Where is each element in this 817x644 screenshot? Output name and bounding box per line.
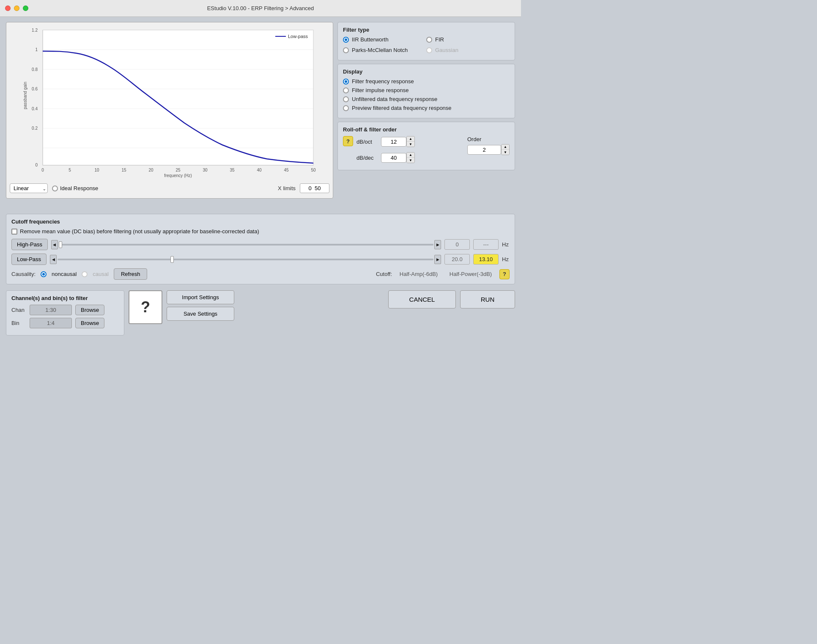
- display-impulse-radio[interactable]: [343, 87, 349, 93]
- db-oct-input[interactable]: [381, 137, 406, 147]
- high-pass-slider-left[interactable]: ◀: [51, 240, 58, 249]
- cutoff-title: Cutoff frequencies: [11, 218, 510, 225]
- display-impulse-label: Filter impulse response: [352, 87, 408, 93]
- display-title: Display: [343, 68, 510, 75]
- refresh-button[interactable]: Refresh: [114, 268, 148, 280]
- order-input[interactable]: [467, 145, 501, 155]
- high-pass-slider-thumb[interactable]: [59, 241, 62, 248]
- filter-gaussian-row: Gaussian: [426, 47, 510, 53]
- cutoff-right: Cutoff: Half-Amp(-6dB) Half-Power(-3dB) …: [376, 269, 510, 279]
- filter-fir-row[interactable]: FIR: [426, 36, 510, 43]
- low-pass-button[interactable]: Low-Pass: [11, 254, 47, 265]
- x-limits-label: X limits: [278, 185, 296, 191]
- display-preview-row[interactable]: Preview filtered data frequency response: [343, 105, 510, 111]
- chart-controls: Linear Ideal Response X limits: [10, 182, 329, 195]
- svg-text:10: 10: [94, 168, 99, 172]
- bottom-section: Channel(s) and bin(s) to filter Chan Bro…: [6, 290, 515, 336]
- high-pass-slider-container[interactable]: ◀ ▶: [51, 240, 441, 249]
- display-impulse-row[interactable]: Filter impulse response: [343, 87, 510, 93]
- svg-text:50: 50: [311, 168, 316, 172]
- order-down[interactable]: ▼: [502, 150, 509, 155]
- bin-label: Bin: [11, 320, 26, 326]
- db-dec-input[interactable]: [381, 153, 406, 163]
- dc-bias-row[interactable]: Remove mean value (DC bias) before filte…: [11, 228, 510, 235]
- svg-text:0.4: 0.4: [32, 106, 38, 111]
- half-power-label: Half-Power(-3dB): [445, 271, 496, 277]
- svg-text:passband gain: passband gain: [23, 82, 27, 109]
- causal-radio[interactable]: [82, 271, 88, 277]
- low-pass-slider-track[interactable]: [58, 259, 433, 260]
- db-dec-up[interactable]: ▲: [407, 153, 414, 158]
- low-pass-cutoff-value: 13.10: [473, 254, 499, 265]
- high-pass-hz: Hz: [502, 241, 510, 248]
- db-dec-down[interactable]: ▼: [407, 158, 414, 163]
- ideal-response-toggle[interactable]: Ideal Response: [52, 185, 98, 191]
- db-oct-up[interactable]: ▲: [407, 136, 414, 142]
- bin-input[interactable]: [30, 318, 72, 328]
- filter-parks-row[interactable]: Parks-McClellan Notch: [343, 47, 426, 53]
- dc-bias-checkbox[interactable]: [11, 229, 17, 235]
- display-unfiltered-radio[interactable]: [343, 96, 349, 102]
- run-button[interactable]: RUN: [460, 290, 515, 308]
- filter-parks-radio[interactable]: [343, 47, 349, 53]
- import-settings-button[interactable]: Import Settings: [167, 290, 234, 304]
- display-preview-radio[interactable]: [343, 105, 349, 111]
- display-freq-row[interactable]: Filter frequency response: [343, 78, 510, 85]
- display-box: Display Filter frequency response Filter…: [337, 64, 515, 118]
- maximize-button[interactable]: [23, 5, 28, 11]
- high-pass-button[interactable]: High-Pass: [11, 239, 48, 250]
- filter-parks-label: Parks-McClellan Notch: [352, 47, 408, 53]
- cutoff-help-button[interactable]: ?: [499, 269, 510, 279]
- scale-select-wrap[interactable]: Linear: [10, 183, 48, 193]
- main-content: 1.2 1 0.8 0.6 0.4 0.2 0 0 5 10 15 20 25 …: [0, 17, 521, 341]
- db-dec-input-group[interactable]: ▲ ▼: [381, 152, 415, 163]
- filter-iir-radio[interactable]: [343, 37, 349, 43]
- window-title: EStudio V.10.00 - ERP Filtering > Advanc…: [207, 5, 314, 11]
- ideal-response-radio[interactable]: [52, 186, 58, 191]
- bin-row: Bin Browse: [11, 318, 119, 328]
- display-unfiltered-row[interactable]: Unfiltered data frequency response: [343, 96, 510, 102]
- low-pass-slider-right[interactable]: ▶: [434, 255, 441, 264]
- x-limits-input[interactable]: [300, 183, 329, 193]
- save-settings-button[interactable]: Save Settings: [167, 307, 234, 321]
- chart-container: 1.2 1 0.8 0.6 0.4 0.2 0 0 5 10 15 20 25 …: [10, 26, 329, 179]
- filter-fir-radio[interactable]: [426, 37, 432, 43]
- low-pass-slider-thumb[interactable]: [170, 256, 174, 263]
- svg-text:25: 25: [175, 168, 181, 172]
- low-pass-hz: Hz: [502, 256, 510, 262]
- minimize-button[interactable]: [14, 5, 19, 11]
- noncausal-label: noncausal: [52, 271, 77, 277]
- display-freq-radio[interactable]: [343, 79, 349, 85]
- db-dec-spinner[interactable]: ▲ ▼: [406, 152, 415, 163]
- order-up[interactable]: ▲: [502, 145, 509, 150]
- high-pass-slider-track[interactable]: [59, 244, 433, 246]
- high-pass-slider-right[interactable]: ▶: [434, 240, 441, 249]
- filter-fir-label: FIR: [435, 36, 444, 43]
- cancel-button[interactable]: CANCEL: [388, 290, 456, 308]
- filter-panel: Filter type IIR Butterworth FIR Parks-Mc…: [337, 22, 515, 199]
- dc-bias-label: Remove mean value (DC bias) before filte…: [20, 228, 259, 235]
- svg-text:0: 0: [41, 168, 44, 172]
- svg-text:1.2: 1.2: [32, 28, 38, 33]
- noncausal-radio[interactable]: [41, 271, 47, 277]
- chan-browse-button[interactable]: Browse: [75, 305, 104, 315]
- help-question-box[interactable]: ?: [129, 290, 162, 324]
- close-button[interactable]: [5, 5, 11, 11]
- db-oct-down[interactable]: ▼: [407, 142, 414, 147]
- bin-browse-button[interactable]: Browse: [75, 318, 104, 328]
- chan-input[interactable]: [30, 305, 72, 315]
- svg-text:30: 30: [203, 168, 208, 172]
- low-pass-slider-left[interactable]: ◀: [50, 255, 57, 264]
- frequency-chart: 1.2 1 0.8 0.6 0.4 0.2 0 0 5 10 15 20 25 …: [10, 26, 329, 178]
- rolloff-help-button[interactable]: ?: [343, 136, 353, 146]
- filter-iir-row[interactable]: IIR Butterworth: [343, 36, 426, 43]
- db-oct-spinner[interactable]: ▲ ▼: [406, 136, 415, 147]
- order-input-group[interactable]: ▲ ▼: [467, 144, 510, 155]
- db-dec-label: dB/dec: [356, 155, 378, 161]
- order-spinner[interactable]: ▲ ▼: [501, 144, 510, 155]
- scale-select[interactable]: Linear: [10, 183, 48, 193]
- display-freq-label: Filter frequency response: [352, 78, 414, 85]
- db-oct-input-group[interactable]: ▲ ▼: [381, 136, 415, 147]
- display-unfiltered-label: Unfiltered data frequency response: [352, 96, 437, 102]
- low-pass-slider-container[interactable]: ◀ ▶: [50, 255, 441, 264]
